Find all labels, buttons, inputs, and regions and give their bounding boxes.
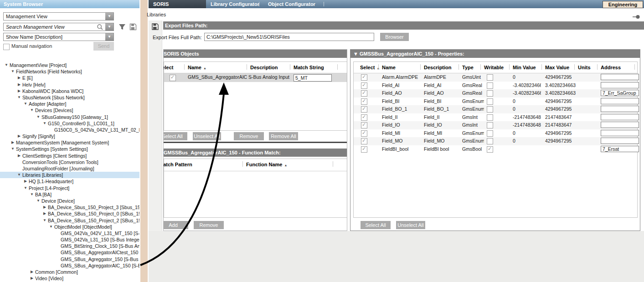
tree-collapse-icon[interactable]: ▼ — [16, 95, 22, 99]
property-row[interactable]: Field_IIField_IIGmsInt-21474836482147483… — [354, 113, 637, 122]
panel-splitter[interactable] — [139, 0, 149, 282]
tree-item[interactable]: ▼BA [BA] — [0, 191, 139, 198]
tree-item[interactable]: ▼ManagementView [Project] — [0, 62, 139, 68]
column-name[interactable]: Name — [382, 65, 396, 70]
tree-item[interactable]: ▶Signify [Signify] — [0, 133, 139, 139]
tree-item[interactable]: ▼Adapter [Adapter] — [0, 101, 139, 107]
tree-collapse-icon[interactable]: ▼ — [48, 225, 54, 229]
search-input[interactable]: Search Management View ▼ — [3, 23, 114, 31]
writable-checkbox[interactable] — [487, 98, 493, 105]
save-icon[interactable] — [151, 23, 159, 32]
address-input[interactable] — [601, 98, 639, 104]
tab-object-configurator[interactable]: Object Configurator — [263, 0, 323, 8]
tree-item[interactable]: ▶Helv [Helv] — [0, 82, 139, 88]
tree-expand-icon[interactable]: ▶ — [29, 270, 35, 274]
tree-item[interactable]: ▶Video [Video] — [0, 275, 139, 282]
writable-checkbox[interactable] — [487, 146, 493, 153]
browser-button[interactable]: Browser — [380, 33, 409, 41]
tree-item[interactable]: ▼G150_Controller0 [L_LC001_1] — [0, 120, 139, 127]
tree-item[interactable]: GMS_SBus_AggregatorAICtest_150 [S-B — [0, 249, 139, 256]
manual-navigation-checkbox[interactable] — [3, 44, 10, 50]
tree-collapse-icon[interactable]: ▼ — [16, 173, 22, 177]
address-input[interactable] — [601, 74, 639, 80]
chevron-down-icon[interactable]: ▼ — [105, 13, 113, 20]
tree-collapse-icon[interactable]: ▼ — [36, 199, 41, 203]
save-filter-icon[interactable] — [129, 23, 137, 33]
row-select-checkbox[interactable] — [170, 75, 176, 81]
property-select-checkbox[interactable] — [361, 98, 367, 105]
tree-item[interactable]: ConversionTools [Conversion Tools] — [0, 159, 139, 165]
tree-item[interactable]: GMS_SBus_AgreggatorAIC_150 [S-Bus A — [0, 262, 139, 269]
column-address[interactable]: Address — [601, 65, 621, 70]
tree-collapse-icon[interactable]: ▼ — [42, 218, 47, 222]
view-selector-dropdown[interactable]: Management View ▼ — [3, 12, 114, 21]
property-row[interactable]: Field_AOField_AOGmsReal-3.40282346633.40… — [354, 89, 637, 97]
tree-collapse-icon[interactable]: ▼ — [10, 147, 15, 151]
remove-all-button[interactable]: Remove All — [269, 132, 298, 140]
property-select-checkbox[interactable] — [361, 114, 367, 121]
tree-item[interactable]: ▼SBusGateway150 [Gateway_1] — [0, 114, 139, 120]
tree-item[interactable]: GMS_SBus_Agreggator_150 [S-Bus Ana — [0, 256, 139, 262]
tree-item[interactable]: ▼Device [Device] — [0, 198, 139, 204]
search-icon[interactable] — [97, 24, 103, 32]
writable-checkbox[interactable] — [487, 106, 493, 113]
tree-collapse-icon[interactable]: ▼ — [42, 121, 47, 125]
tree-item[interactable]: G150C0_S_042Va_042V_L31_MT_02_Err_ — [0, 127, 139, 133]
tree-item[interactable]: ▶BA_Device_SBus_150_Project_0 [SBus_150] — [0, 210, 139, 217]
tree-expand-icon[interactable]: ▶ — [16, 154, 22, 158]
tab-library-configurator[interactable]: Library Configurator — [206, 0, 264, 8]
column-name[interactable]: Name▲ — [188, 65, 206, 70]
tree-item[interactable]: ▶ManagementSystem [Management System] — [0, 139, 139, 146]
pin-icon[interactable] — [632, 13, 640, 21]
tree-item[interactable]: ▶BA_Device_Sbus_150_Project_3 [Sbus_150 … — [0, 204, 139, 210]
address-input[interactable] — [601, 146, 639, 152]
property-select-checkbox[interactable] — [361, 74, 367, 81]
address-input[interactable] — [601, 122, 639, 128]
property-select-checkbox[interactable] — [361, 138, 367, 144]
send-button[interactable]: Send — [93, 42, 114, 51]
property-select-checkbox[interactable] — [361, 90, 367, 97]
writable-checkbox[interactable] — [487, 114, 493, 121]
property-row[interactable]: Field_IOField_IOGmsInt-21474836482147483… — [354, 121, 637, 129]
chevron-down-icon[interactable]: ▼ — [105, 33, 113, 41]
column-min-value[interactable]: Min Value — [513, 65, 536, 70]
writable-checkbox[interactable] — [487, 130, 493, 137]
property-select-checkbox[interactable] — [361, 130, 367, 137]
unselect-all-properties-button[interactable]: Unselect All — [396, 221, 425, 229]
tree-item[interactable]: ▶E [E] — [0, 75, 139, 81]
engineering-mode-button[interactable]: Engineering — [603, 1, 643, 8]
tree-expand-icon[interactable]: ▶ — [16, 82, 22, 87]
tree-expand-icon[interactable]: ▶ — [16, 89, 22, 93]
property-select-checkbox[interactable] — [361, 146, 367, 153]
select-all-button[interactable]: Select All — [163, 132, 187, 140]
writable-checkbox[interactable] — [487, 90, 493, 97]
tree-item[interactable]: ▼Project [L4-Project] — [0, 185, 139, 191]
column-function-name[interactable]: Function Name▲ — [246, 162, 287, 167]
tree-expand-icon[interactable]: ▶ — [16, 76, 22, 80]
tree-item[interactable]: ▼Libraries [Libraries] — [0, 172, 139, 178]
property-row[interactable]: Field_BIField_BIGmsEnum04294967295 — [354, 97, 637, 106]
address-input[interactable] — [601, 106, 639, 112]
column-match-pattern[interactable]: Match Pattern — [163, 162, 192, 167]
tree-item[interactable]: ▼ObjectModel [ObjectModel] — [0, 224, 139, 230]
remove-button[interactable]: Remove — [234, 132, 264, 140]
tree-expand-icon[interactable]: ▶ — [42, 205, 47, 209]
property-row[interactable]: Field_MOField_MOGmsEnum04294967295 — [354, 137, 637, 145]
writable-checkbox[interactable] — [487, 138, 493, 144]
remove-function-button[interactable]: Remove — [194, 221, 224, 229]
tree-expand-icon[interactable]: ▶ — [42, 211, 47, 215]
tree-expand-icon[interactable]: ▶ — [23, 179, 28, 183]
writable-checkbox[interactable] — [487, 74, 493, 81]
column-select[interactable]: Select▲ — [360, 65, 380, 70]
chevron-down-icon[interactable]: ▼ — [105, 23, 113, 31]
tree-item[interactable]: ▼SbusNetwork [Sbus Network] — [0, 94, 139, 101]
column-description[interactable]: Description — [424, 65, 452, 70]
tree-item[interactable]: GMS_BitString_Clock_150 [S-Bus Analo — [0, 243, 139, 249]
property-row[interactable]: FieldBI_boolFieldBI boolGmsBool — [354, 145, 637, 154]
column-match-string[interactable]: Match String — [294, 65, 324, 70]
tree-item[interactable]: ▼Devices [Devices] — [0, 107, 139, 113]
column-description[interactable]: Description — [250, 65, 278, 70]
column-writable[interactable]: Writable — [484, 65, 504, 70]
tree-collapse-icon[interactable]: ▼ — [29, 108, 35, 112]
property-row[interactable]: Alarm.AlarmDPEAlarmDPEGmsUint04294967295 — [354, 73, 637, 82]
